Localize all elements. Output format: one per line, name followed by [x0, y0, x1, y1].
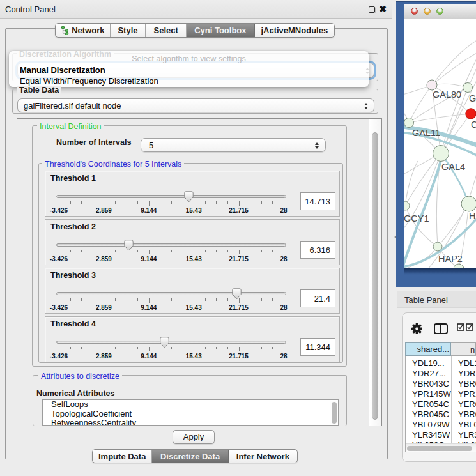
number-of-intervals-spinner[interactable]: 5: [141, 138, 326, 152]
table-rows: YDL19...YDL19...YDR27...YDR27...YBR043CY…: [405, 356, 476, 443]
split-table-icon[interactable]: [434, 323, 448, 334]
tab-cyni-toolbox[interactable]: Cyni Toolbox: [187, 24, 255, 37]
table-cell-name[interactable]: YDR27...: [458, 369, 476, 378]
table-cell-name[interactable]: YER054C: [458, 399, 476, 409]
network-edge: [432, 40, 476, 85]
slider-thumb[interactable]: [184, 191, 194, 203]
tab-select[interactable]: Select: [146, 24, 187, 37]
list-scrollbar[interactable]: [330, 401, 337, 424]
table-cell-name[interactable]: YDL19...: [458, 358, 476, 368]
slider-minor-tick: [261, 347, 262, 349]
threshold-panel-3: Threshold 3-3.4262.8599.14415.4321.71528…: [45, 268, 340, 314]
threshold-value-field[interactable]: 21.4: [300, 289, 335, 307]
slider-track[interactable]: [56, 292, 286, 295]
slider-minor-tick: [93, 298, 93, 301]
table-data-combo[interactable]: galFiltered.sif default node: [17, 98, 374, 112]
tab-network[interactable]: Network: [56, 24, 111, 37]
slider-major-tick: [104, 250, 104, 254]
table-cell-name[interactable]: YPR145W: [458, 389, 476, 399]
attribute-list-item[interactable]: BetweennessCentrality: [43, 418, 338, 426]
close-traffic-light[interactable]: [411, 8, 418, 15]
slider-minor-tick: [216, 298, 217, 301]
table-cell-name[interactable]: YBR043C: [458, 379, 476, 388]
slider-thumb[interactable]: [124, 240, 134, 251]
checkbox-icon[interactable]: [466, 323, 473, 331]
network-node[interactable]: [404, 118, 414, 128]
table-cell-name[interactable]: YBL079W: [458, 420, 476, 429]
slider-minor-tick: [93, 250, 93, 252]
table-cell-shared-name[interactable]: YER054C: [412, 399, 453, 409]
table-header-shared-name[interactable]: shared...: [405, 342, 451, 356]
numerical-attributes-list[interactable]: SelfLoopsTopologicalCoefficientBetweenne…: [42, 399, 339, 426]
number-of-intervals-value: 5: [149, 141, 153, 150]
slider-minor-tick: [115, 347, 116, 349]
threshold-value-field[interactable]: 11.344: [300, 338, 335, 356]
slider-tick-label: 21.715: [229, 207, 249, 214]
slider-tick-label: 9.144: [141, 304, 157, 311]
network-node[interactable]: [454, 264, 464, 268]
table-cell-shared-name[interactable]: YBR045C: [412, 410, 453, 419]
tab-discretize-data[interactable]: Discretize Data: [152, 450, 228, 463]
threshold-value-field[interactable]: 14.713: [300, 192, 335, 210]
tab-impute-data[interactable]: Impute Data: [93, 450, 152, 463]
slider-thumb[interactable]: [160, 337, 169, 348]
attribute-list-item[interactable]: SelfLoops: [43, 400, 338, 410]
table-cell-shared-name[interactable]: YBL079W: [412, 420, 453, 429]
slider-major-tick: [59, 347, 59, 351]
network-window-titlebar[interactable]: [404, 4, 476, 19]
slider-minor-tick: [81, 347, 82, 349]
popup-item-manual-discretization[interactable]: Manual Discretization: [20, 65, 105, 75]
network-node[interactable]: [427, 80, 437, 90]
slider-major-tick: [59, 201, 59, 206]
network-node[interactable]: [461, 196, 476, 211]
network-node[interactable]: [404, 201, 410, 210]
list-scrollbar-thumb[interactable]: [332, 402, 337, 424]
slider-thumb[interactable]: [232, 288, 242, 300]
slider-track[interactable]: [56, 243, 286, 247]
slider-tick-label: 28: [280, 353, 287, 360]
attribute-items: SelfLoopsTopologicalCoefficientBetweenne…: [43, 400, 338, 426]
table-cell-shared-name[interactable]: YDL19...: [412, 358, 453, 368]
slider-track[interactable]: [56, 195, 286, 198]
attribute-list-item[interactable]: TopologicalCoefficient: [43, 410, 338, 419]
slider-minor-tick: [227, 250, 228, 252]
table-cell-name[interactable]: YLR345W: [458, 430, 476, 440]
tab-infer-network[interactable]: Infer Network: [229, 450, 297, 463]
minimize-traffic-light[interactable]: [424, 8, 431, 15]
table-cell-shared-name[interactable]: YLR345W: [412, 430, 453, 440]
apply-button[interactable]: Apply: [173, 430, 215, 444]
tab-jactivemnodules[interactable]: jActiveMNodules: [255, 24, 334, 37]
vertical-scrollbar[interactable]: [369, 119, 381, 426]
gear-icon[interactable]: [411, 323, 422, 334]
slider-track[interactable]: [56, 341, 286, 344]
table-header-name-label: n: [470, 345, 475, 355]
vertical-scrollbar-thumb[interactable]: [372, 132, 378, 420]
network-node-label: GCY1: [404, 213, 429, 224]
popup-item-equal-width-frequency[interactable]: Equal Width/Frequency Discretization: [20, 76, 158, 86]
table-cell-name[interactable]: YBR045C: [458, 410, 476, 419]
horizontal-scrollbar-thumb[interactable]: [407, 446, 472, 451]
network-node[interactable]: [463, 83, 473, 93]
tab-style[interactable]: Style: [111, 24, 146, 37]
network-node[interactable]: [433, 242, 442, 251]
slider-minor-tick: [171, 347, 172, 349]
close-icon[interactable]: ✖: [378, 3, 387, 15]
slider-tick-label: -3.426: [50, 304, 68, 311]
horizontal-scrollbar[interactable]: [406, 443, 476, 452]
network-node[interactable]: [466, 109, 476, 119]
slider-minor-tick: [115, 201, 116, 204]
network-canvas[interactable]: GAL80GACGAL11GAL4GCY1HHAP2: [404, 19, 476, 268]
slider-minor-tick: [137, 201, 138, 204]
slider-tick-label: 28: [280, 256, 287, 263]
table-cell-shared-name[interactable]: YPR145W: [412, 389, 453, 399]
checkbox-icon[interactable]: [457, 323, 464, 331]
table-cell-shared-name[interactable]: YBR043C: [412, 379, 453, 388]
slider-major-tick: [284, 250, 284, 254]
threshold-value-field[interactable]: 6.316: [300, 241, 335, 259]
table-cell-shared-name[interactable]: YDR27...: [412, 369, 453, 378]
network-node[interactable]: [433, 146, 449, 162]
threshold-panel-2: Threshold 2-3.4262.8599.14415.4321.71528…: [45, 219, 340, 265]
table-header-name[interactable]: n: [451, 342, 476, 356]
zoom-traffic-light[interactable]: [436, 8, 443, 15]
float-window-icon[interactable]: [369, 6, 375, 13]
